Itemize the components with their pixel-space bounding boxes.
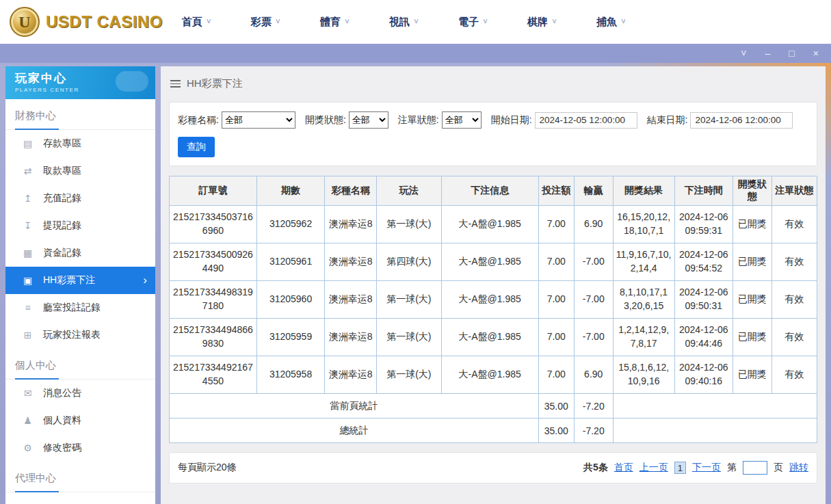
first-page-link[interactable]: 首页 <box>614 462 633 474</box>
table-row: 215217334498319718031205960澳洲幸运8第一球(大)大-… <box>170 281 817 319</box>
sidebar-item[interactable]: ▤存款專區 <box>5 130 155 157</box>
sidebar-item[interactable]: ▣HH彩票下注› <box>5 267 155 294</box>
withdraw-icon: ⇄ <box>22 165 34 176</box>
lottery-filter-label: 彩種名稱: <box>178 114 219 127</box>
nav-item-label: 首頁 <box>182 16 202 29</box>
nav-item[interactable]: 捕魚˅ <box>596 16 626 29</box>
sidebar-item-label: 廳室投註記錄 <box>43 302 101 314</box>
nav-item-label: 電子 <box>458 16 479 29</box>
prev-page-link[interactable]: 上一页 <box>639 462 668 474</box>
sidebar-item[interactable]: ↧提現記錄 <box>5 212 155 239</box>
sidebar-item[interactable]: ♟個人資料 <box>5 407 155 434</box>
table-cell: 31205960 <box>256 281 324 319</box>
sidebar-item[interactable]: ⊞玩家投注報表 <box>5 321 155 349</box>
nav-item-label: 體育 <box>320 16 341 29</box>
table-cell: 大-A盤@1.985 <box>441 206 538 243</box>
funds-record-icon: ▦ <box>22 248 34 258</box>
top-navbar: U USDT CASINO 首頁˅彩票˅體育˅視訊˅電子˅棋牌˅捕魚˅ <box>0 0 831 44</box>
nav-item[interactable]: 棋牌˅ <box>527 16 557 29</box>
nav-item[interactable]: 首頁˅ <box>182 16 211 29</box>
nav-item[interactable]: 視訊˅ <box>389 16 419 29</box>
next-page-link[interactable]: 下一页 <box>692 462 721 474</box>
table-cell: 2024-12-06 09:44:46 <box>674 319 733 356</box>
sidebar-item-label: 提現記錄 <box>43 220 81 232</box>
total-summary-winloss: -7.20 <box>574 419 613 443</box>
sidebar-item[interactable]: ≡廳室投註記錄 <box>5 294 155 321</box>
sidebar-item[interactable]: ↥充值記錄 <box>5 185 155 212</box>
column-header: 期數 <box>256 176 324 206</box>
table-cell: 31205958 <box>256 356 324 394</box>
sidebar-item[interactable]: ⇄取款專區 <box>5 157 155 185</box>
filter-panel: 彩種名稱: 全部 開獎狀態: 全部 注單狀態: 全部 開始日期: 結束日期: 查… <box>169 102 817 166</box>
sidebar-item-label: 玩家投注報表 <box>43 329 101 341</box>
sidebar-item[interactable]: ⚙修改密碼 <box>5 434 155 462</box>
sidebar-section-title: 財務中心 <box>5 109 155 130</box>
minimize-button[interactable]: – <box>765 49 771 58</box>
maximize-button[interactable]: □ <box>789 49 794 58</box>
breadcrumb: HH彩票下注 <box>161 66 826 101</box>
table-cell: 15,8,1,6,12,10,9,16 <box>613 356 674 394</box>
lottery-select[interactable]: 全部 <box>222 111 295 129</box>
column-header: 下注信息 <box>441 176 538 206</box>
logo-letter: U <box>18 13 30 31</box>
page-summary-bet: 35.00 <box>538 394 574 419</box>
table-cell: 第四球(大) <box>377 243 442 281</box>
hamburger-menu-icon[interactable] <box>170 80 181 88</box>
players-center-header: 玩家中心 PLAYERS CENTER <box>5 66 155 99</box>
table-cell: 大-A盤@1.985 <box>441 281 538 319</box>
jump-button[interactable]: 跳转 <box>789 462 808 474</box>
table-cell: 有效 <box>771 281 817 319</box>
bet-table-body: 215217334503716696031205962澳洲幸运8第一球(大)大-… <box>170 206 817 394</box>
page-summary-winloss: -7.20 <box>574 394 613 419</box>
filter-row: 彩種名稱: 全部 開獎狀態: 全部 注單狀態: 全部 開始日期: 結束日期: <box>178 111 808 129</box>
close-button[interactable]: × <box>813 49 819 58</box>
draw-status-select[interactable]: 全部 <box>349 111 388 129</box>
sidebar-item[interactable]: ▦資金記錄 <box>5 239 155 267</box>
column-header: 注單狀態 <box>771 176 817 206</box>
nav-item[interactable]: 電子˅ <box>458 16 488 29</box>
table-cell: 2152173344921674550 <box>170 356 257 394</box>
order-status-label: 注單狀態: <box>398 114 439 127</box>
current-page[interactable]: 1 <box>674 462 686 474</box>
page-size-text: 每頁顯示20條 <box>178 462 237 474</box>
table-cell: 澳洲幸运8 <box>325 356 377 394</box>
column-header: 輸贏 <box>574 176 613 206</box>
column-header: 開獎結果 <box>613 176 674 206</box>
total-summary-row: 總統計 35.00 -7.20 <box>170 419 817 443</box>
table-header-row: 訂單號期數彩種名稱玩法下注信息投注額輸贏開獎結果下注時間開獎狀態注單狀態 <box>170 176 817 206</box>
logo[interactable]: U USDT CASINO <box>10 7 163 37</box>
table-cell: 澳洲幸运8 <box>325 319 377 356</box>
table-row: 215217334500926449031205961澳洲幸运8第四球(大)大-… <box>170 243 817 281</box>
sidebar-item[interactable]: ✉消息公告 <box>5 380 155 407</box>
lottery-bet-icon: ▣ <box>22 275 34 286</box>
page-jump-input[interactable] <box>743 461 767 475</box>
table-cell: 6.90 <box>574 356 613 394</box>
table-cell: 有效 <box>771 319 817 356</box>
nav-item[interactable]: 彩票˅ <box>251 16 280 29</box>
sidebar-item-label: 消息公告 <box>43 387 81 399</box>
table-cell: -7.00 <box>574 281 613 319</box>
table-cell: 第一球(大) <box>377 206 442 243</box>
table-cell: 16,15,20,12,18,10,7,1 <box>613 206 674 243</box>
order-status-select[interactable]: 全部 <box>442 111 482 129</box>
chevron-down-icon[interactable]: ˅ <box>741 49 746 58</box>
chevron-down-icon: ˅ <box>621 18 626 26</box>
chevron-down-icon: ˅ <box>552 18 557 26</box>
sidebar-item-label: 存款專區 <box>43 137 81 150</box>
start-date-input[interactable] <box>535 112 637 129</box>
section-title-text: 財務中心 <box>15 109 59 130</box>
table-cell: 7.00 <box>538 281 574 319</box>
nav-item[interactable]: 體育˅ <box>320 16 349 29</box>
search-button[interactable]: 查詢 <box>178 137 215 157</box>
column-header: 玩法 <box>377 176 442 206</box>
table-cell: 1,2,14,12,9,7,8,17 <box>613 319 674 356</box>
table-cell: 大-A盤@1.985 <box>441 243 538 281</box>
end-date-input[interactable] <box>690 112 793 129</box>
total-count: 共5条 <box>583 462 608 474</box>
withdrawal-record-icon: ↧ <box>22 220 34 231</box>
table-cell: 已開獎 <box>733 243 771 281</box>
table-cell: 8,1,10,17,13,20,6,15 <box>613 281 674 319</box>
table-cell: 第一球(大) <box>377 319 442 356</box>
bet-report-icon: ⊞ <box>22 330 34 341</box>
nav-item-label: 捕魚 <box>596 16 617 29</box>
